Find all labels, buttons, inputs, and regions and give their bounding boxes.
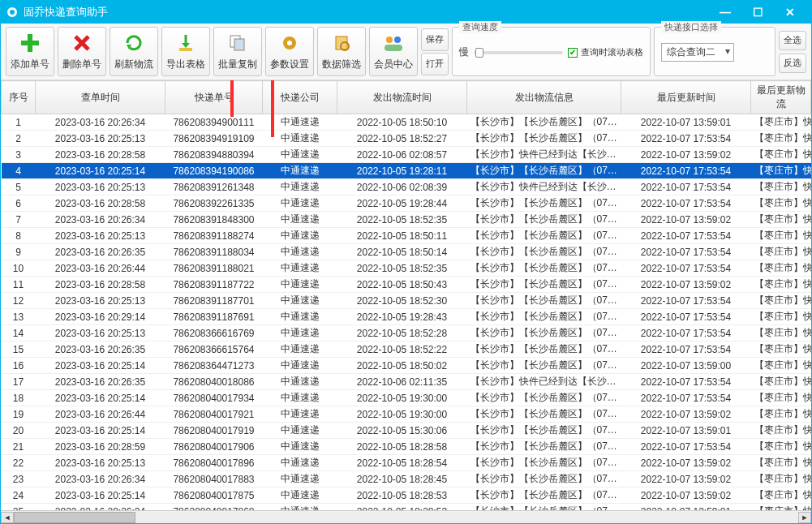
table-row[interactable]: 112023-03-16 20:28:58786208391187722中通速递… [2, 277, 811, 293]
table-row[interactable]: 152023-03-16 20:26:35786208366615764中通速递… [2, 341, 811, 358]
scroll-right-arrow[interactable]: ► [798, 512, 811, 523]
close-button[interactable]: ✕ [774, 3, 806, 21]
col-query-time[interactable]: 查单时间 [36, 81, 165, 114]
table-row[interactable]: 142023-03-16 20:25:13786208366616769中通速递… [2, 325, 811, 341]
table-row[interactable]: 212023-03-16 20:28:59786208040017906中通速递… [2, 439, 811, 455]
cell: 2022-10-07 13:59:01 [621, 423, 751, 439]
cell: 【枣庄市】快件 [751, 309, 811, 325]
maximize-button[interactable]: ☐ [741, 3, 774, 21]
speed-legend: 查询速度 [459, 21, 501, 33]
cell: 11 [2, 277, 36, 293]
cell: 2023-03-16 20:26:35 [36, 374, 165, 390]
cell: 【长沙市】【长沙岳麓区】（07… [467, 228, 621, 244]
col-idx[interactable]: 序号 [2, 81, 36, 114]
table-row[interactable]: 162023-03-16 20:25:14786208364471273中通速递… [2, 358, 811, 374]
table-row[interactable]: 22023-03-16 20:25:13786208394919109中通速递2… [2, 131, 811, 147]
table-row[interactable]: 62023-03-16 20:28:58786208392261335中通速递2… [2, 195, 811, 212]
cell: 786208391187691 [165, 309, 263, 325]
open-button[interactable]: 打开 [421, 53, 449, 75]
scroll-thumb[interactable] [14, 512, 135, 523]
table-row[interactable]: 132023-03-16 20:29:14786208391187691中通速递… [2, 309, 811, 325]
table-row[interactable]: 252023-03-16 20:26:34786208040017868中通速递… [2, 504, 811, 511]
table-row[interactable]: 42023-03-16 20:25:14786208394190086中通速递2… [2, 163, 811, 179]
scroll-on-query-checkbox[interactable]: ✔ 查询时滚动表格 [568, 46, 643, 58]
settings-button[interactable]: 参数设置 [265, 27, 314, 76]
interface-combo[interactable]: 综合查询二 [661, 43, 734, 62]
refresh-button[interactable]: 刷新物流 [110, 27, 158, 76]
col-ship-info[interactable]: 发出物流信息 [467, 81, 621, 114]
speed-slider[interactable] [474, 51, 563, 54]
table-row[interactable]: 182023-03-16 20:25:14786208040017934中通速递… [2, 390, 811, 406]
table-row[interactable]: 102023-03-16 20:26:44786208391188021中通速递… [2, 260, 811, 277]
save-button[interactable]: 保存 [421, 28, 449, 51]
cell: 【枣庄市】快件 [751, 163, 811, 179]
cell: 2022-10-05 19:28:11 [337, 163, 467, 179]
cell: 2023-03-16 20:25:14 [36, 423, 165, 439]
cell: 12 [2, 293, 36, 309]
table-row[interactable]: 242023-03-16 20:25:14786208040017875中通速递… [2, 487, 811, 504]
cell: 【长沙市】【长沙岳麓区】（07… [467, 114, 621, 131]
filter-button[interactable]: 数据筛选 [317, 27, 366, 76]
titlebar: 固乔快递查询助手 — ☐ ✕ [1, 1, 811, 24]
table-header-row: 序号 查单时间 快递单号 快递公司 发出物流时间 发出物流信息 最后更新时间 最… [2, 81, 811, 114]
cell: 786208394900111 [165, 114, 263, 131]
cell: 【长沙市】快件已经到达【长沙… [467, 374, 621, 390]
cell: 2023-03-16 20:25:13 [36, 455, 165, 471]
cell: 786208391848300 [165, 212, 263, 228]
select-all-button[interactable]: 全选 [779, 31, 806, 50]
table-row[interactable]: 232023-03-16 20:26:34786208040017883中通速递… [2, 471, 811, 487]
svg-point-11 [287, 41, 292, 45]
cell: 【长沙市】【长沙岳麓区】（07… [467, 423, 621, 439]
col-ship-time[interactable]: 发出物流时间 [337, 81, 467, 114]
invert-select-button[interactable]: 反选 [779, 54, 806, 73]
cell: 16 [2, 358, 36, 374]
table-row[interactable]: 172023-03-16 20:26:35786208040018086中通速递… [2, 374, 811, 390]
cell: 786208366615764 [165, 341, 263, 358]
table-row[interactable]: 32023-03-16 20:28:58786208394880394中通速递2… [2, 147, 811, 163]
cell: 2022-10-07 17:53:54 [621, 325, 751, 341]
export-label: 导出表格 [166, 58, 205, 71]
member-button[interactable]: 会员中心 [369, 27, 418, 76]
add-tracking-button[interactable]: 添加单号 [6, 27, 54, 76]
table-row[interactable]: 92023-03-16 20:26:35786208391188034中通速递2… [2, 244, 811, 260]
table-row[interactable]: 72023-03-16 20:26:34786208391848300中通速递2… [2, 212, 811, 228]
col-tracking-no[interactable]: 快递单号 [165, 81, 263, 114]
cell: 2022-10-05 18:50:02 [337, 358, 467, 374]
svg-point-15 [394, 37, 401, 43]
cell: 【长沙市】【长沙岳麓区】（07… [467, 131, 621, 147]
col-company[interactable]: 快递公司 [263, 81, 337, 114]
delete-tracking-button[interactable]: 删除单号 [58, 27, 106, 76]
cell: 2022-10-07 17:53:54 [621, 163, 751, 179]
cell: 2023-03-16 20:25:13 [36, 131, 165, 147]
cell: 2023-03-16 20:26:44 [36, 260, 165, 277]
cell: 【枣庄市】快件 [751, 228, 811, 244]
cell: 【枣庄市】快件 [751, 423, 811, 439]
cell: 786208366616769 [165, 325, 263, 341]
svg-rect-3 [21, 41, 39, 45]
table-row[interactable]: 222023-03-16 20:25:13786208040017896中通速递… [2, 455, 811, 471]
cell: 17 [2, 374, 36, 390]
table-row[interactable]: 202023-03-16 20:25:14786208040017919中通速递… [2, 423, 811, 439]
cell: 中通速递 [263, 471, 337, 487]
table-row[interactable]: 12023-03-16 20:26:34786208394900111中通速递2… [2, 114, 811, 131]
col-update-time[interactable]: 最后更新时间 [621, 81, 751, 114]
cell: 786208364471273 [165, 358, 263, 374]
table-row[interactable]: 192023-03-16 20:26:44786208040017921中通速递… [2, 406, 811, 423]
export-button[interactable]: 导出表格 [161, 27, 210, 76]
tracking-table[interactable]: 序号 查单时间 快递单号 快递公司 发出物流时间 发出物流信息 最后更新时间 最… [1, 80, 811, 510]
cell: 6 [2, 195, 36, 212]
cell: 25 [2, 504, 36, 511]
table-row[interactable]: 82023-03-16 20:25:13786208391188274中通速递2… [2, 228, 811, 244]
cell: 2022-10-05 18:52:28 [337, 325, 467, 341]
cell: 2022-10-07 17:53:54 [621, 179, 751, 195]
copy-label: 批量复制 [218, 58, 257, 71]
scroll-track[interactable] [14, 512, 798, 523]
horizontal-scrollbar[interactable]: ◄ ► [1, 510, 811, 523]
batch-copy-button[interactable]: 批量复制 [213, 27, 262, 76]
copy-icon [226, 32, 249, 54]
table-row[interactable]: 52023-03-16 20:25:13786208391261348中通速递2… [2, 179, 811, 195]
scroll-left-arrow[interactable]: ◄ [1, 512, 14, 523]
col-last-flow[interactable]: 最后更新物流 [751, 81, 811, 114]
minimize-button[interactable]: — [709, 3, 741, 21]
table-row[interactable]: 122023-03-16 20:25:13786208391187701中通速递… [2, 293, 811, 309]
